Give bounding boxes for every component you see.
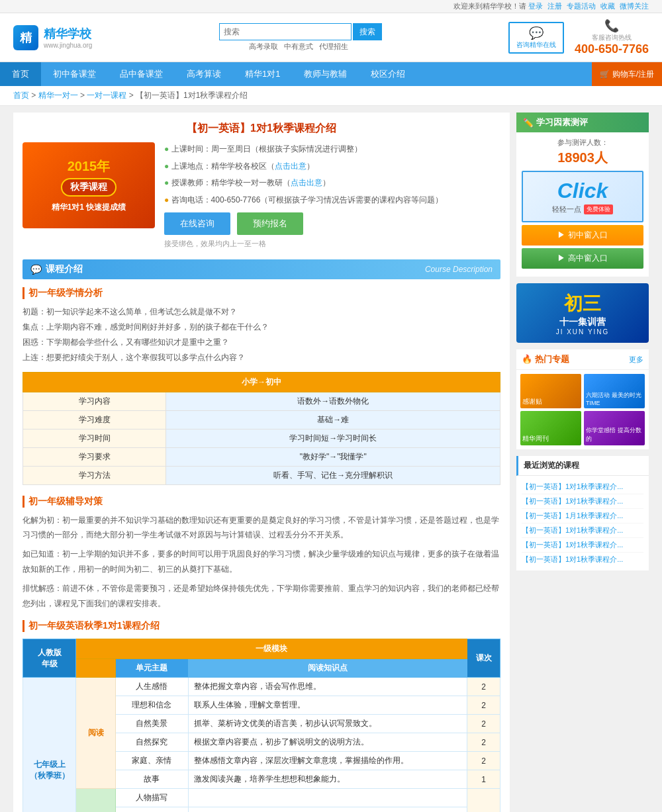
nav-one2one[interactable]: 精华1对1 <box>233 62 292 86</box>
consult-label: 咨询精华在线 <box>516 40 556 50</box>
grade-analysis-section: 初一年级学情分析 初题：初一知识学起来不这么简单，但考试怎么就是做不对？ 集点：… <box>23 287 500 484</box>
q2: 集点：上学期内容不难，感觉时间刚好并好多，别的孩子都在干什么？ <box>23 320 500 335</box>
promo-title: 初三 <box>564 291 601 316</box>
promo-banner[interactable]: 初三 十一集训营 JI XUN YING <box>516 283 649 343</box>
site-header: 精 精华学校 www.jinghua.org 搜索 高考录取 中有意式 代理招生… <box>0 13 662 62</box>
q4: 上连：想要把好绩尖于别人，这个寒假我可以多学点什么内容？ <box>23 350 500 365</box>
table-cell-value: 语数外→语数外物化 <box>166 392 500 410</box>
nav-junior[interactable]: 初中备课堂 <box>41 62 108 86</box>
recent-courses-list: 【初一英语】1对1秋季课程介... 【初一英语】1对1秋季课程介... 【初一英… <box>516 476 649 570</box>
entry-high-button[interactable]: ▶ 高中窗入口 <box>522 248 643 269</box>
points-cell: 根据文章内容要点，初步了解说明文的说明方法。 <box>188 733 467 752</box>
th-module1-name <box>76 659 116 678</box>
course-actions: 在线咨询 预约报名 <box>164 212 500 235</box>
search-input[interactable] <box>219 23 352 40</box>
breadcrumb-one2one[interactable]: 精华一对一 <box>38 91 78 100</box>
tag-gaokao[interactable]: 高考录取 <box>249 42 278 50</box>
top-notice-bar: 欢迎来到精华学校！请 登录 注册 专题活动 收藏 微博关注 <box>0 0 662 13</box>
q1: 初题：初一知识学起来不这么简单，但考试怎么就是做不对？ <box>23 304 500 320</box>
click-banner[interactable]: Click 轻轻一点 免费体验 <box>522 171 643 222</box>
table-cell-value: 基础→难 <box>166 410 500 429</box>
th-module1: 一级模块 <box>76 639 467 659</box>
recent-item[interactable]: 【初一英语】1对1秋季课程介... <box>522 553 643 566</box>
consult-button[interactable]: 在线咨询 <box>164 212 230 235</box>
promo-sub1: 十一集训营 <box>559 316 606 328</box>
tag-daili[interactable]: 代理招生 <box>319 42 348 50</box>
analysis-table: 小学→初中 学习内容 语数外→语数外物化 学习难度 基础→难 学习时间 学习时间… <box>23 372 500 485</box>
click-subtitle-row: 轻轻一点 免费体验 <box>530 204 636 214</box>
points-cell: 激发阅读兴趣，培养学生想想和想象能力。 <box>188 770 467 789</box>
hot-item-2[interactable]: 六期活动 最美的时光TIME <box>584 374 645 408</box>
course-top: 2015年 秋季课程 精华1对1 快速提成绩 ● 上课时间：周一至周日（根据孩子… <box>23 142 500 249</box>
assessment-title: ✏️ 学习因素测评 <box>516 113 649 132</box>
free-badge: 免费体验 <box>584 204 613 214</box>
table-cell-label: 学习时间 <box>23 429 166 447</box>
hot-item-label: 感谢贴 <box>522 397 542 406</box>
recent-item[interactable]: 【初一英语】1对1秋季课程介... <box>522 538 643 553</box>
hot-item-1[interactable]: 感谢贴 <box>520 374 581 408</box>
hot-item-4[interactable]: 你学堂感悟 提高分数的 <box>584 411 645 445</box>
participant-label: 参与测评人数： <box>522 138 643 148</box>
nav-cart[interactable]: 🛒 购物车/注册 <box>592 62 662 86</box>
nav-campus[interactable]: 校区介绍 <box>359 62 417 86</box>
breadcrumb: 首页 > 精华一对一 > 一对一课程 > 【初一英语】1对1秋季课程介绍 <box>0 86 662 106</box>
unit-cell: 家庭、亲情 <box>116 752 189 770</box>
guidance-content1: 化解为初：初一最重要的并不知识学习基础的数理知识还有更重要的是奠定良好的学习习惯… <box>23 513 500 543</box>
site-name: 精华学校 <box>44 26 92 42</box>
nav-teachers[interactable]: 教师与教辅 <box>292 62 359 86</box>
unit-cell: 人生感悟 <box>116 678 189 696</box>
guidance-content3: 排忧解惑：前进不休，不管你是需要预习，还是希望始终保持领先优先，下学期你需要推前… <box>23 581 500 611</box>
favorites-link[interactable]: 收藏 <box>600 2 615 10</box>
entry-mid-button[interactable]: ▶ 初中窗入口 <box>522 225 643 246</box>
count-cell: 1 <box>467 770 500 789</box>
consult-icon: 💬 <box>529 26 544 40</box>
hot-item-3[interactable]: 精华周刊 <box>520 411 581 445</box>
hot-more-link[interactable]: 更多 <box>629 355 643 365</box>
recent-item[interactable]: 【初一英语】1对1秋季课程介... <box>522 480 643 494</box>
online-consult-btn[interactable]: 💬 咨询精华在线 <box>508 22 564 54</box>
breadcrumb-current: 【初一英语】1对1秋季课程介绍 <box>136 91 248 100</box>
location-link[interactable]: 点击出意 <box>275 161 307 171</box>
breadcrumb-course[interactable]: 一对一课程 <box>87 91 126 100</box>
site-url: www.jinghua.org <box>44 42 92 49</box>
register-button[interactable]: 预约报名 <box>237 212 303 235</box>
search-button[interactable]: 搜索 <box>353 23 382 40</box>
unit-cell: 景物描写 <box>116 807 189 812</box>
nav-home[interactable]: 首页 <box>0 62 41 86</box>
course-detail-title: 初一年级英语秋季1对1课程介绍 <box>23 620 500 632</box>
table-cell-value: "教好学"→"我懂学" <box>166 447 500 466</box>
nav-senior[interactable]: 品中备课堂 <box>108 62 175 86</box>
tag-zhongyi[interactable]: 中有意式 <box>284 42 313 50</box>
points-cell: 整体把握文章内容，语会写作思维。 <box>188 678 467 696</box>
course-brand: 精华1对1 快速提成绩 <box>52 202 126 213</box>
recent-item[interactable]: 【初一英语】1对1秋季课程介... <box>522 523 643 538</box>
click-text-large: Click <box>530 179 636 203</box>
count-cell: 2 <box>467 715 500 733</box>
promo-sub2: JI XUN YING <box>556 328 610 336</box>
table-cell-label: 学习要求 <box>23 447 166 466</box>
phone-area: 📞 客服咨询热线 400-650-7766 <box>575 19 649 56</box>
count-cell: 2 <box>467 752 500 770</box>
logo-icon: 精 <box>13 25 38 50</box>
register-link[interactable]: 注册 <box>547 2 562 10</box>
table-header-1: 小学→初中 <box>23 372 500 392</box>
promo-link[interactable]: 专题活动 <box>567 2 596 10</box>
assessment-content: 参与测评人数： 18903人 Click 轻轻一点 免费体验 ▶ 初中窗入口 ▶… <box>516 132 649 277</box>
recent-item[interactable]: 【初一英语】1月1秋季课程介... <box>522 509 643 523</box>
info-teacher: ● 授课教师：精华学校一对一教研（点击出意） <box>164 176 500 191</box>
unit-cell: 自然探究 <box>116 733 189 752</box>
recent-item[interactable]: 【初一英语】1对1秋季课程介... <box>522 494 643 509</box>
assessment-section: ✏️ 学习因素测评 参与测评人数： 18903人 Click 轻轻一点 免费体验 <box>516 113 649 277</box>
login-link[interactable]: 登录 <box>528 2 543 10</box>
header-right: 💬 咨询精华在线 📞 客服咨询热线 400-650-7766 <box>508 19 649 56</box>
th-unit: 单元主题 <box>116 659 189 678</box>
click-subtitle: 轻轻一点 <box>552 204 581 214</box>
breadcrumb-home[interactable]: 首页 <box>13 91 29 100</box>
weibo-link[interactable]: 微博关注 <box>620 2 649 10</box>
phone-icon: 📞 <box>604 19 619 33</box>
hot-item-label: 你学堂感悟 提高分数的 <box>586 426 643 443</box>
guidance-title: 初一年级辅导对策 <box>23 496 500 508</box>
teacher-link[interactable]: 点击出意 <box>291 178 322 187</box>
nav-gaokao[interactable]: 高考算读 <box>175 62 233 86</box>
course-detail-section: 初一年级英语秋季1对1课程介绍 人教版年级 一级模块 课次 单元主题 阅读知识点 <box>23 620 500 812</box>
